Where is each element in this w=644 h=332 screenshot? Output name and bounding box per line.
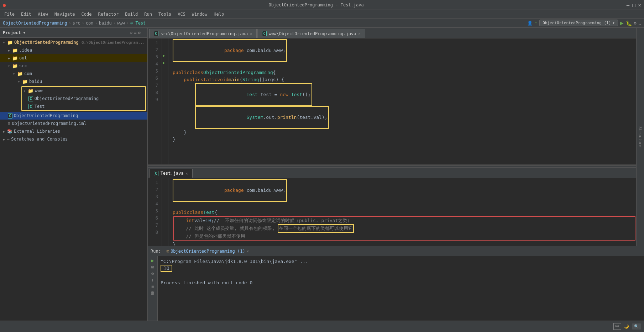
gutter-run-3[interactable]: ▶: [162, 53, 168, 60]
bottom-gutter: [162, 178, 168, 246]
tab-test-icon: C: [154, 171, 158, 176]
code-line-4: public static void main(String[] args) {: [173, 76, 636, 83]
tree-item-idea[interactable]: ▶ 📁 .idea: [0, 46, 147, 54]
src-arrow: ▾: [8, 64, 10, 68]
baidu-arrow: ▾: [18, 80, 20, 84]
collapse-all-icon[interactable]: ≡: [134, 30, 136, 35]
sync-icon[interactable]: ↑: [535, 21, 537, 26]
tree-item-test-java[interactable]: C Test: [22, 102, 145, 110]
bottom-code-editor: 1 2 3 4 5 6 7 8: [148, 178, 636, 246]
b-code-line-4: int val = 10;// 不加任何的访问修饰限定词的时候（public. …: [175, 217, 634, 224]
run-tab-label: ObjectOrientedProgramming (1): [171, 249, 245, 254]
settings-icon[interactable]: ⚙: [138, 30, 141, 35]
folder-icon-www: 📁: [28, 88, 33, 94]
tree-item-oop-root[interactable]: C ObjectOrientedProgramming: [0, 112, 147, 120]
tab-oop-close[interactable]: ✕: [250, 32, 252, 36]
tab-www-close[interactable]: ✕: [358, 32, 361, 36]
panel-hide-icon[interactable]: —: [142, 30, 145, 35]
baidu-label: baidu: [29, 79, 42, 84]
tree-item-src[interactable]: ▾ 📁 src: [0, 62, 147, 70]
top-code-editor: 1 2 3 4 5 6 7 8 9: [148, 38, 636, 164]
oop-java-icon: C: [28, 96, 33, 101]
close-btn[interactable]: ✕: [638, 2, 641, 8]
top-code-content[interactable]: package com.baidu.www; public class Obje…: [168, 38, 636, 164]
tab-oop-java[interactable]: C src\ObjectOrientedProgramming.java ✕: [149, 29, 257, 38]
line5-partial-highlight: 在同一个包的底下的类都可以使用它: [278, 224, 354, 233]
scroll-to-end-btn[interactable]: ↓: [151, 278, 154, 283]
tree-item-com[interactable]: ▾ 📁 com: [0, 70, 147, 78]
title-bar: ● ObjectOrientedProgramming - Test.java …: [0, 0, 644, 10]
root-arrow: ▾: [3, 41, 5, 44]
tree-item-iml[interactable]: ⊞ ObjectOrientedProgramming.iml: [0, 120, 147, 127]
toolbar-right: 👤 ↑ ObjectOrientedProgramming (1) ▾ ▶ 🐛 …: [527, 20, 641, 26]
menu-edit[interactable]: Edit: [18, 11, 34, 17]
b-code-line-3: public class Test {: [173, 209, 636, 216]
toolbar-more[interactable]: …: [639, 21, 641, 26]
top-tab-bar: C src\ObjectOrientedProgramming.java ✕ C…: [148, 28, 636, 38]
status-right: 中 🌙 🔍: [613, 323, 641, 330]
bottom-code-content[interactable]: package com.baidu.www; public class Test…: [168, 178, 636, 246]
bc-baidu[interactable]: baidu: [99, 21, 112, 26]
top-gutter: ▶ ▶: [162, 38, 168, 164]
debug-btn[interactable]: 🐛: [626, 20, 632, 26]
run-green-btn[interactable]: ▶: [620, 20, 624, 26]
bc-src[interactable]: src: [73, 21, 80, 26]
bc-www[interactable]: www: [117, 21, 125, 26]
menu-window[interactable]: Window: [189, 11, 210, 17]
rerun-btn[interactable]: ▶: [151, 258, 154, 263]
bc-test[interactable]: ⊙ Test: [130, 21, 146, 26]
menu-run[interactable]: Run: [141, 11, 155, 17]
menu-code[interactable]: Code: [79, 11, 95, 17]
oop-java-label: ObjectOrientedProgramming: [35, 96, 99, 101]
output-cmd-line: "C:\Program Files\Java\jdk1.8.0_301\bin\…: [161, 258, 641, 265]
tree-item-ext-libs[interactable]: ▶ 📚 External Libraries: [0, 127, 147, 135]
ext-libs-arrow: ▶: [3, 130, 5, 133]
stop-btn[interactable]: ⊡: [151, 265, 154, 270]
settings-run-btn[interactable]: ≡: [151, 284, 154, 289]
gutter-run-4[interactable]: ▶: [162, 60, 168, 68]
run-tab[interactable]: ⊡ ObjectOrientedProgramming (1) ✕: [164, 247, 252, 255]
project-dropdown-icon[interactable]: ▾: [23, 30, 26, 35]
run-toolbar: ▶ ⊡ ⚙ ↓ ≡ 🗑: [148, 256, 158, 321]
menu-tools[interactable]: Tools: [156, 11, 174, 17]
menu-view[interactable]: View: [35, 11, 51, 17]
tree-root[interactable]: ▾ 📁 ObjectOrientedProgramming G:\ObjectO…: [0, 38, 147, 46]
menu-vcs[interactable]: VCS: [175, 11, 188, 17]
minimize-btn[interactable]: —: [627, 2, 629, 8]
tab-test-java[interactable]: C Test.java ✕: [149, 169, 193, 178]
tree-item-scratches[interactable]: ▶ ✏ Scratches and Consoles: [0, 135, 147, 143]
moon-icon: 🌙: [624, 324, 629, 329]
maximize-btn[interactable]: □: [632, 2, 635, 8]
search-status-icon[interactable]: 🔍: [632, 323, 641, 330]
tree-item-www[interactable]: ▾ 📁 www: [22, 87, 145, 95]
breadcrumb-path: ObjectOrientedProgramming › src › com › …: [3, 21, 146, 26]
ime-indicator[interactable]: 中: [613, 323, 621, 330]
www-highlight-box: ▾ 📁 www C ObjectOrientedProgramming C Te…: [21, 86, 146, 111]
ext-libs-icon: 📚: [7, 129, 12, 134]
folder-icon-baidu: 📁: [22, 79, 28, 84]
more-run-btn[interactable]: ⚙: [634, 21, 637, 26]
menu-navigate[interactable]: Navigate: [52, 11, 78, 17]
structure-panel[interactable]: Structure: [636, 28, 644, 246]
menu-refactor[interactable]: Refactor: [95, 11, 121, 17]
menu-file[interactable]: File: [1, 11, 17, 17]
ext-libs-label: External Libraries: [14, 129, 60, 134]
menu-help[interactable]: Help: [211, 11, 227, 17]
tab-test-close[interactable]: ✕: [186, 172, 188, 175]
root-path: G:\ObjectOrientedProgram...: [82, 40, 145, 45]
scratches-icon: ✏: [7, 137, 10, 142]
tree-item-oop-java[interactable]: C ObjectOrientedProgramming: [22, 95, 145, 102]
tree-item-out[interactable]: ▶ 📁 out: [0, 54, 147, 62]
locate-icon[interactable]: ⊕: [130, 30, 132, 35]
window-title: ObjectOrientedProgramming - Test.java: [268, 2, 363, 7]
bc-com[interactable]: com: [86, 21, 94, 26]
trash-btn[interactable]: 🗑: [151, 290, 155, 295]
tab-www-oop[interactable]: C www\ObjectOrientedProgramming.java ✕: [257, 29, 365, 38]
run-config-selector[interactable]: ObjectOrientedProgramming (1) ▾: [539, 20, 618, 26]
tree-item-baidu[interactable]: ▾ 📁 baidu: [0, 78, 147, 85]
run-tab-close[interactable]: ✕: [247, 249, 249, 253]
filter-btn[interactable]: ⚙: [151, 271, 154, 276]
menu-build[interactable]: Build: [122, 11, 141, 17]
idea-arrow: ▶: [8, 48, 10, 52]
bc-project[interactable]: ObjectOrientedProgramming: [3, 21, 67, 26]
